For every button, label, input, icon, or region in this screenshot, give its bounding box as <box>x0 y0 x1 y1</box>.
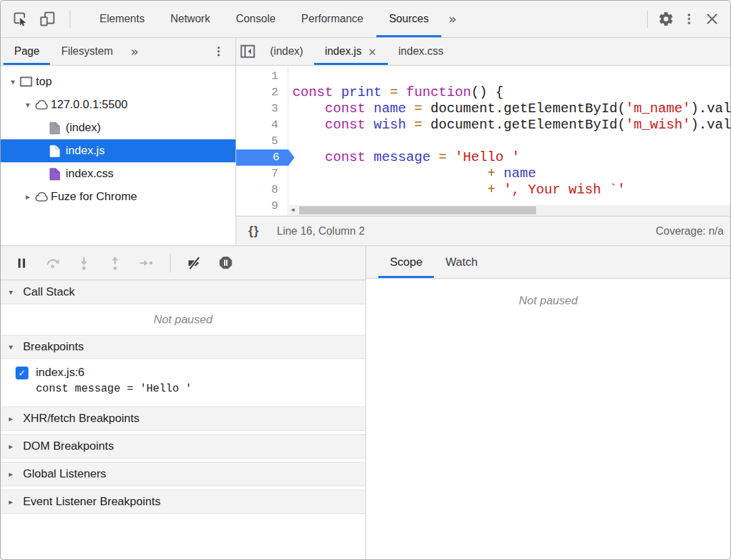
tab-page[interactable]: Page <box>3 38 50 65</box>
separator <box>70 10 70 28</box>
cloud-icon <box>35 191 51 202</box>
tree-item-index-js[interactable]: index.js <box>1 139 236 162</box>
code-line[interactable]: const name = document.getElementById('m_… <box>292 101 731 117</box>
inspect-icon[interactable] <box>9 7 32 30</box>
device-toolbar-icon[interactable] <box>36 7 59 30</box>
close-tab-icon[interactable]: × <box>368 45 376 58</box>
separator <box>170 254 171 273</box>
code-line[interactable]: const wish = document.getElementById('m_… <box>292 117 731 133</box>
not-paused-message: Not paused <box>1 304 366 335</box>
tab-watch[interactable]: Watch <box>434 246 489 278</box>
section-dom-breakpoints[interactable]: ▸DOM Breakpoints <box>1 434 366 459</box>
scroll-left-icon[interactable]: ◂ <box>291 206 294 213</box>
tree-item-127-0-0-1-5500[interactable]: ▾127.0.0.1:5500 <box>1 93 236 116</box>
tab-elements[interactable]: Elements <box>87 1 158 37</box>
editor-tab-index[interactable]: (index) <box>259 38 314 65</box>
deactivate-breakpoints-icon[interactable] <box>185 254 203 272</box>
devtools-window: ElementsNetworkConsolePerformanceSources… <box>0 0 731 560</box>
code-line[interactable] <box>292 133 731 149</box>
gutter-line-number[interactable]: 9 <box>236 198 288 214</box>
section-event-listener-breakpoints[interactable]: ▸Event Listener Breakpoints <box>1 490 366 514</box>
tree-item-index-css[interactable]: index.css <box>1 162 236 185</box>
code-line[interactable]: + ', Your wish `' <box>292 182 731 198</box>
collapse-arrow-icon: ▾ <box>9 287 17 297</box>
code-line[interactable]: const print = function() { <box>292 85 731 101</box>
editor-tab-label: index.js <box>325 45 361 57</box>
debugger-area: ▾Call StackNot paused▾Breakpoints✓index.… <box>1 246 730 559</box>
separator <box>647 10 648 28</box>
kebab-menu-icon[interactable] <box>207 40 230 63</box>
scope-watch-tabs: ScopeWatch <box>366 246 730 279</box>
sub-toolbar: PageFilesystem » (index)index.js×index.c… <box>1 38 730 66</box>
code-line[interactable]: const message = 'Hello ' <box>292 149 731 166</box>
breakpoint-code-preview: const message = 'Hello ' <box>36 383 366 395</box>
breakpoint-checkbox[interactable]: ✓ <box>16 367 28 379</box>
tree-item-label: (index) <box>66 121 101 135</box>
doc-js-icon <box>49 145 66 158</box>
debugger-toolbar <box>1 246 366 280</box>
tab-filesystem[interactable]: Filesystem <box>50 38 123 65</box>
line-number-gutter[interactable]: 123456789 <box>236 66 288 216</box>
section-title: XHR/fetch Breakpoints <box>23 412 139 425</box>
pause-icon[interactable] <box>13 254 30 272</box>
editor-tabs: (index)index.js×index.css <box>259 38 454 65</box>
expand-arrow-icon: ▸ <box>9 414 17 423</box>
breakpoint-entry[interactable]: ✓index.js:6const message = 'Hello ' <box>1 359 366 403</box>
pretty-print-icon[interactable]: {} <box>236 224 259 238</box>
tree-item-top[interactable]: ▾top <box>1 70 236 93</box>
tree-item-index[interactable]: (index) <box>1 116 236 139</box>
code-content[interactable]: const print = function() { const name = … <box>288 66 731 216</box>
gutter-line-number[interactable]: 3 <box>236 101 288 117</box>
tree-item-label: Fuze for Chrome <box>51 190 137 204</box>
sources-upper-area: ▾top▾127.0.0.1:5500(index)index.jsindex.… <box>1 66 730 246</box>
section-xhr-fetch-breakpoints[interactable]: ▸XHR/fetch Breakpoints <box>1 406 366 431</box>
section-breakpoints[interactable]: ▾Breakpoints <box>1 335 366 359</box>
section-title: Event Listener Breakpoints <box>23 495 160 509</box>
more-panels-icon[interactable]: » <box>441 11 463 27</box>
close-icon[interactable] <box>701 7 724 30</box>
section-title: Global Listeners <box>23 467 106 481</box>
tab-network[interactable]: Network <box>158 1 223 37</box>
coverage-status: Coverage: n/a <box>656 225 724 237</box>
cloud-icon <box>35 99 51 110</box>
expand-arrow-icon[interactable]: ▸ <box>21 192 35 202</box>
tab-sources[interactable]: Sources <box>376 1 442 37</box>
more-navigator-tabs-icon[interactable]: » <box>124 43 146 60</box>
editor-tab-index-css[interactable]: index.css <box>388 38 455 65</box>
section-title: Breakpoints <box>23 340 84 354</box>
breakpoint-marker[interactable]: 6 <box>236 149 294 166</box>
doc-css-icon <box>49 168 66 181</box>
file-tree: ▾top▾127.0.0.1:5500(index)index.jsindex.… <box>1 66 236 246</box>
code-line[interactable]: + name <box>292 166 731 182</box>
section-call-stack[interactable]: ▾Call Stack <box>1 280 366 304</box>
kebab-menu-icon[interactable] <box>678 7 701 30</box>
collapse-arrow-icon[interactable]: ▾ <box>6 77 20 87</box>
section-title: Call Stack <box>23 285 75 299</box>
section-global-listeners[interactable]: ▸Global Listeners <box>1 462 366 486</box>
gutter-line-number[interactable]: 4 <box>236 117 288 133</box>
tree-item-fuze-for-chrome[interactable]: ▸Fuze for Chrome <box>1 185 236 208</box>
gutter-line-number[interactable]: 8 <box>236 182 288 198</box>
gutter-line-number[interactable]: 7 <box>236 166 288 182</box>
editor-tab-index-js[interactable]: index.js× <box>314 38 388 65</box>
code-area[interactable]: 123456789 const print = function() { con… <box>236 66 731 216</box>
tab-performance[interactable]: Performance <box>288 1 376 37</box>
tab-scope[interactable]: Scope <box>378 246 434 278</box>
gutter-line-number[interactable]: 1 <box>236 68 288 85</box>
tree-item-label: index.css <box>66 167 114 181</box>
step-over-icon[interactable] <box>44 254 62 272</box>
step-icon[interactable] <box>137 254 155 272</box>
scrollbar-thumb[interactable] <box>299 206 536 214</box>
pause-on-exceptions-icon[interactable] <box>217 254 234 272</box>
hide-navigator-icon[interactable] <box>236 40 259 63</box>
gutter-line-number[interactable]: 5 <box>236 133 288 149</box>
settings-gear-icon[interactable] <box>655 7 678 30</box>
scope-not-paused-message: Not paused <box>366 279 730 308</box>
code-line[interactable] <box>292 68 731 85</box>
step-out-icon[interactable] <box>106 254 124 272</box>
gutter-line-number[interactable]: 2 <box>236 85 288 101</box>
tab-console[interactable]: Console <box>223 1 288 37</box>
horizontal-scrollbar[interactable]: ◂ ▸ <box>289 205 731 216</box>
step-into-icon[interactable] <box>75 254 93 272</box>
collapse-arrow-icon[interactable]: ▾ <box>21 100 35 110</box>
